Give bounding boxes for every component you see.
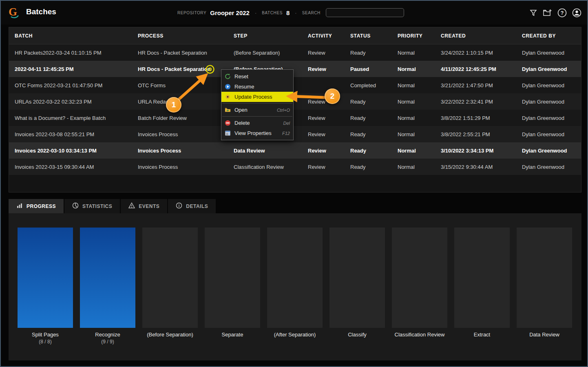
folder-add-icon[interactable]	[543, 9, 552, 17]
cell-priority: Normal	[392, 50, 435, 56]
cell-created: 3/10/2022 3:34:13 PM	[435, 148, 516, 154]
progress-steps: Split Pages (8 / 8) Recognize (9 / 9) (B…	[18, 228, 572, 345]
table-body: HR Packets2022-03-24 01:10:15 PM HR Docs…	[9, 44, 581, 175]
cell-step: (Before Separation)	[228, 50, 302, 56]
cell-activity: Review	[302, 50, 345, 56]
cell-process: OTC Forms	[132, 82, 228, 88]
header-status-bar: REPOSITORY Grooper 2022 · BATCHES 8 · SE…	[177, 1, 404, 24]
tab-progress[interactable]: PROGRESS	[9, 199, 64, 213]
progress-bar[interactable]	[142, 228, 198, 328]
table-row[interactable]: What is a Document? - Example Batch Batc…	[9, 110, 581, 126]
cell-process: Batch Folder Review	[132, 115, 228, 121]
pie-chart-icon	[72, 202, 79, 210]
progress-bar[interactable]	[18, 228, 73, 328]
progress-bar[interactable]	[267, 228, 323, 328]
cell-created-by: Dylan Greenwood	[516, 115, 581, 121]
menu-item-delete[interactable]: Delete Del	[221, 118, 293, 128]
cell-process: Invoices Process	[132, 131, 228, 137]
cell-created: 3/22/2022 2:32:41 PM	[435, 99, 516, 105]
annotation-step-2-badge: 2	[325, 88, 340, 104]
user-icon[interactable]	[572, 8, 581, 18]
cell-created-by: Dylan Greenwood	[516, 164, 581, 170]
svg-text:?: ?	[561, 10, 564, 16]
menu-item-open[interactable]: Open Ctrl+O	[221, 105, 293, 115]
header-actions: ?	[529, 1, 581, 24]
table-row[interactable]: 2022-04-11 12:45:25 PM HR Docs - Packet …	[9, 61, 581, 77]
cell-created-by: Dylan Greenwood	[516, 50, 581, 56]
open-icon	[224, 107, 231, 113]
column-header-step[interactable]: STEP	[228, 33, 302, 39]
gear-icon	[224, 94, 231, 100]
help-icon[interactable]: ?	[557, 8, 567, 18]
column-header-priority[interactable]: PRIORITY	[392, 33, 435, 39]
menu-separator	[222, 103, 292, 104]
batches-count: 8	[286, 9, 290, 16]
progress-step: (After Separation)	[267, 228, 323, 345]
cell-priority: Normal	[392, 131, 435, 137]
table-row[interactable]: OTC Forms 2022-03-21 01:47:50 PM OTC For…	[9, 77, 581, 93]
repository-value[interactable]: Grooper 2022	[210, 9, 250, 16]
filter-icon[interactable]	[529, 9, 537, 17]
progress-bar[interactable]	[517, 228, 572, 328]
cell-activity: Review	[302, 66, 345, 72]
table-row[interactable]: HR Packets2022-03-24 01:10:15 PM HR Docs…	[9, 44, 581, 61]
bar-chart-icon	[16, 202, 23, 210]
progress-step: Split Pages (8 / 8)	[18, 228, 73, 345]
repository-label: REPOSITORY	[177, 11, 206, 15]
tab-details[interactable]: DETAILS	[168, 199, 216, 213]
cell-priority: Normal	[392, 66, 435, 72]
table-row[interactable]: URLAs 2022-03-22 02:32:23 PM URLA Redact…	[9, 93, 581, 110]
column-header-activity[interactable]: ACTIVITY	[302, 33, 345, 39]
cell-batch: HR Packets2022-03-24 01:10:15 PM	[9, 50, 132, 56]
cell-activity: Review	[302, 131, 345, 137]
cell-status: Ready	[345, 131, 392, 137]
cell-process: Invoices Process	[132, 164, 228, 170]
column-header-batch[interactable]: BATCH	[9, 33, 132, 39]
tab-events[interactable]: EVENTS	[121, 199, 167, 213]
warning-icon	[128, 202, 135, 210]
progress-step: (Before Separation)	[142, 228, 198, 345]
progress-bar[interactable]	[454, 228, 510, 328]
cell-status: Ready	[345, 99, 392, 105]
cell-batch: URLAs 2022-03-22 02:32:23 PM	[9, 99, 132, 105]
cell-created-by: Dylan Greenwood	[516, 66, 581, 72]
cell-batch: Invoices 2022-03-10 03:34:13 PM	[9, 148, 132, 154]
search-label: SEARCH	[302, 11, 321, 15]
annotation-step-1-badge: 1	[166, 97, 181, 113]
column-header-created[interactable]: CREATED	[435, 33, 516, 39]
cell-priority: Normal	[392, 164, 435, 170]
properties-icon	[224, 130, 231, 136]
resume-icon	[224, 84, 231, 90]
progress-bar[interactable]	[205, 228, 260, 328]
menu-item-view-properties[interactable]: View Properties F12	[221, 128, 293, 138]
cell-priority: Normal	[392, 148, 435, 154]
cell-process: HR Docs - Packet Separation	[132, 50, 228, 56]
column-header-process[interactable]: PROCESS	[132, 33, 228, 39]
cell-activity: Review	[302, 164, 345, 170]
cell-status: Ready	[345, 50, 392, 56]
table-row[interactable]: Invoices 2022-03-15 09:30:44 AM Invoices…	[9, 159, 581, 175]
progress-panel: Split Pages (8 / 8) Recognize (9 / 9) (B…	[9, 213, 581, 360]
table-row[interactable]: Invoices 2022-03-10 03:34:13 PM Invoices…	[9, 142, 581, 159]
cell-priority: Normal	[392, 82, 435, 88]
menu-item-update-process[interactable]: Update Process	[221, 92, 293, 102]
menu-item-reset[interactable]: Reset	[221, 71, 293, 82]
cell-created-by: Dylan Greenwood	[516, 131, 581, 137]
cell-created: 3/21/2022 1:47:50 PM	[435, 82, 516, 88]
tab-statistics[interactable]: STATISTICS	[64, 199, 120, 213]
separator-dot: ·	[293, 10, 298, 16]
progress-step: Extract	[454, 228, 510, 345]
menu-item-resume[interactable]: Resume	[221, 82, 293, 92]
delete-icon	[224, 120, 231, 126]
column-header-created-by[interactable]: CREATED BY	[516, 33, 581, 39]
search-input[interactable]	[326, 8, 404, 17]
cell-status: Ready	[345, 148, 392, 154]
progress-bar[interactable]	[80, 228, 135, 328]
column-header-status[interactable]: STATUS	[345, 33, 392, 39]
progress-bar[interactable]	[329, 228, 385, 328]
cell-created: 3/8/2022 1:51:29 PM	[435, 115, 516, 121]
table-row[interactable]: Invoices 2022-03-08 02:55:21 PM Invoices…	[9, 126, 581, 142]
separator-dot: ·	[253, 10, 258, 16]
cell-priority: Normal	[392, 99, 435, 105]
progress-bar[interactable]	[392, 228, 447, 328]
